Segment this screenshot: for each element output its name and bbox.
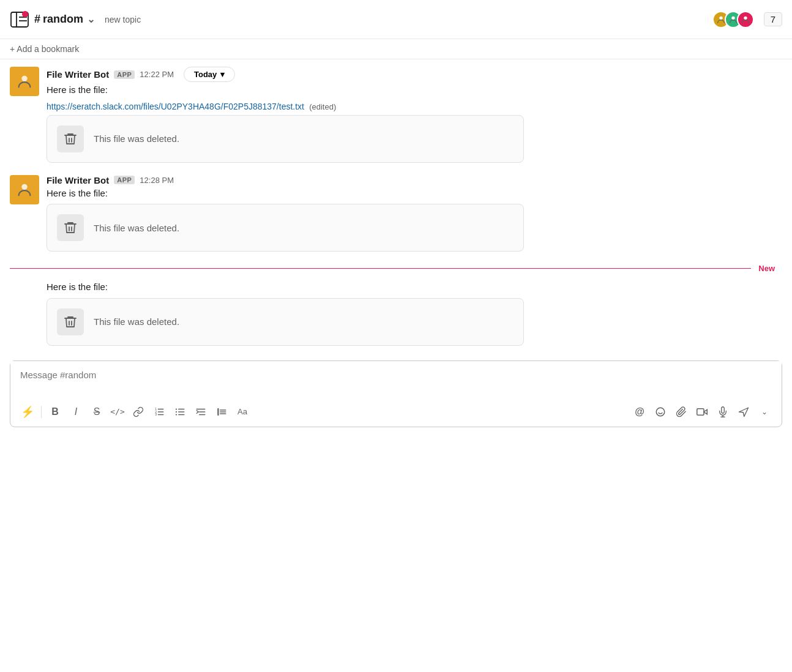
date-divider-button[interactable]: Today ▾ <box>184 67 235 82</box>
message-row: File Writer Bot APP 12:28 PM Here is the… <box>0 173 792 255</box>
channel-name-text: random <box>43 13 83 26</box>
message-text: Here is the file: <box>47 187 782 201</box>
member-count[interactable]: 7 <box>764 12 782 26</box>
svg-point-5 <box>731 16 734 19</box>
app-badge: APP <box>114 70 135 79</box>
blockquote-button[interactable] <box>212 402 231 422</box>
more-options-button[interactable]: ⌄ <box>755 402 774 422</box>
video-button[interactable] <box>692 402 712 422</box>
toolbar-divider <box>41 406 42 418</box>
message-sender: File Writer Bot <box>47 175 109 185</box>
avatar-pink <box>737 11 754 28</box>
audio-button[interactable] <box>713 402 733 422</box>
messages-area: File Writer Bot APP 12:22 PM Today ▾ Her… <box>0 59 792 353</box>
date-divider-label: Today <box>194 70 217 79</box>
new-divider-line <box>10 268 751 269</box>
font-size-button[interactable]: Aa <box>233 402 252 422</box>
message-input[interactable] <box>10 361 782 395</box>
new-message-row: Here is the file: path{fill:none;stroke:… <box>0 278 792 348</box>
new-messages-divider: New <box>10 264 782 273</box>
message-header: File Writer Bot APP 12:28 PM <box>47 175 782 185</box>
strikethrough-button[interactable]: S <box>87 402 106 422</box>
sidebar-toggle-button[interactable] <box>10 10 29 29</box>
svg-point-18 <box>176 408 177 409</box>
new-divider-label: New <box>751 264 782 273</box>
deleted-file-text: This file was deleted. <box>94 133 179 144</box>
app-badge: APP <box>114 176 135 184</box>
channel-topic: new topic <box>105 15 141 24</box>
emoji-button[interactable] <box>651 402 670 422</box>
channel-name[interactable]: # random ⌄ <box>34 13 95 26</box>
message-content: File Writer Bot APP 12:28 PM Here is the… <box>47 175 782 252</box>
message-time: 12:22 PM <box>140 70 174 79</box>
deleted-file-card: path{fill:none;stroke:#616061;stroke-wid… <box>47 298 524 346</box>
svg-rect-24 <box>217 408 219 416</box>
svg-point-6 <box>744 16 747 19</box>
header-left: # random ⌄ new topic <box>10 10 141 29</box>
trash-icon-box: path{fill:none;stroke:#616061;stroke-wid… <box>57 125 84 152</box>
indent-button[interactable] <box>191 402 211 422</box>
header: # random ⌄ new topic <box>0 0 792 39</box>
message-content: File Writer Bot APP 12:22 PM Today ▾ Her… <box>47 67 782 163</box>
header-right: 7 <box>712 11 782 28</box>
attach-button[interactable] <box>671 402 691 422</box>
chevron-down-icon: ⌄ <box>87 13 95 25</box>
avatar <box>10 67 39 96</box>
notification-dot <box>22 11 28 17</box>
message-text: Here is the file: <box>47 83 782 97</box>
trash-icon-box: path{fill:none;stroke:#616061;stroke-wid… <box>57 308 84 335</box>
ordered-list-button[interactable]: 1 2 3 <box>149 402 169 422</box>
code-button[interactable]: </> <box>108 402 127 422</box>
deleted-file-text: This file was deleted. <box>94 223 179 233</box>
edited-tag: (edited) <box>309 102 336 111</box>
add-bookmark-label: + Add a bookmark <box>10 44 79 54</box>
message-content: Here is the file: path{fill:none;stroke:… <box>47 280 782 346</box>
date-divider-chevron: ▾ <box>220 70 225 79</box>
message-header: File Writer Bot APP 12:22 PM Today ▾ <box>47 67 782 82</box>
message-link[interactable]: https://seratch.slack.com/files/U02PY3HA… <box>47 102 304 111</box>
mention-button[interactable]: @ <box>630 402 649 422</box>
trash-icon-box: path{fill:none;stroke:#616061;stroke-wid… <box>57 214 84 241</box>
italic-button[interactable]: I <box>66 402 86 422</box>
deleted-file-card: path{fill:none;stroke:#616061;stroke-wid… <box>47 204 524 252</box>
message-time: 12:28 PM <box>140 176 174 185</box>
svg-point-4 <box>719 16 722 19</box>
send-button[interactable] <box>734 402 753 422</box>
shortcuts-button[interactable]: ⚡ <box>18 402 37 422</box>
svg-rect-32 <box>697 408 704 415</box>
link-button[interactable] <box>129 402 148 422</box>
svg-point-20 <box>176 414 177 415</box>
svg-point-8 <box>21 184 27 189</box>
deleted-file-card: path{fill:none;stroke:#616061;stroke-wid… <box>47 115 524 163</box>
svg-point-7 <box>21 76 27 81</box>
message-toolbar: ⚡ B I S </> 1 2 3 <box>10 397 782 427</box>
message-sender: File Writer Bot <box>47 69 109 80</box>
svg-text:3: 3 <box>155 413 157 416</box>
hash-symbol: # <box>34 13 40 26</box>
bullet-list-button[interactable] <box>170 402 190 422</box>
message-input-wrapper: ⚡ B I S </> 1 2 3 <box>10 360 782 427</box>
bold-button[interactable]: B <box>45 402 65 422</box>
svg-point-28 <box>656 408 665 416</box>
message-row: File Writer Bot APP 12:22 PM Today ▾ Her… <box>0 64 792 165</box>
date-divider-wrapper: Today ▾ <box>184 67 235 82</box>
deleted-file-text: This file was deleted. <box>94 316 179 327</box>
add-bookmark-bar[interactable]: + Add a bookmark <box>0 39 792 59</box>
member-avatars[interactable] <box>712 11 754 28</box>
avatar <box>10 175 39 204</box>
message-text: Here is the file: <box>47 280 782 294</box>
svg-point-19 <box>176 411 177 412</box>
svg-marker-31 <box>704 409 707 414</box>
